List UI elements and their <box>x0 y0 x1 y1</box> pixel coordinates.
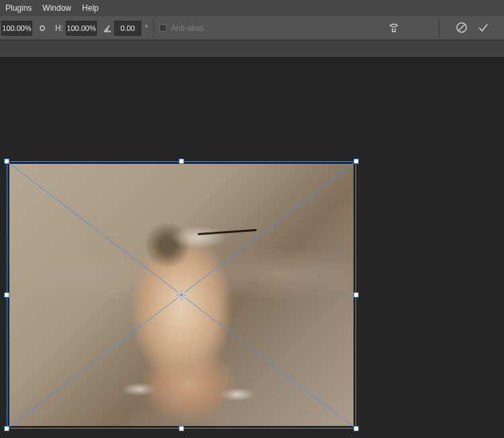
svg-line-1 <box>459 24 465 30</box>
menu-window[interactable]: Window <box>37 0 77 16</box>
transform-handle-top-left[interactable] <box>4 159 9 164</box>
transform-handle-bottom[interactable] <box>179 426 184 431</box>
link-icon[interactable] <box>35 21 50 36</box>
secondary-bar <box>0 40 504 58</box>
photo-content <box>9 164 353 426</box>
transform-handle-left[interactable] <box>4 292 9 298</box>
height-label: H: <box>55 24 63 33</box>
divider <box>153 19 154 37</box>
cancel-icon[interactable] <box>456 21 468 36</box>
angle-icon <box>101 21 114 35</box>
divider <box>439 19 439 38</box>
transform-handle-bottom-left[interactable] <box>4 426 9 431</box>
transform-handle-right[interactable] <box>353 292 359 298</box>
degree-symbol: ° <box>145 24 148 32</box>
angle-field[interactable]: 0.00 <box>114 21 141 36</box>
menu-bar: Plugins Window Help <box>0 0 504 16</box>
puppet-warp-icon[interactable] <box>384 20 403 36</box>
height-field[interactable]: 100.00% <box>66 21 97 36</box>
document-image[interactable] <box>9 164 353 426</box>
width-field[interactable]: 100.00% <box>1 21 32 36</box>
transform-options-bar: 100.00% H: 100.00% 0.00 ° Anti-alias <box>0 16 504 40</box>
transform-handle-bottom-right[interactable] <box>353 426 359 431</box>
antialias-label: Anti-alias <box>171 24 204 33</box>
transform-handle-top[interactable] <box>179 159 184 164</box>
commit-icon[interactable] <box>477 21 489 36</box>
menu-plugins[interactable]: Plugins <box>0 0 37 16</box>
antialias-checkbox[interactable] <box>159 24 167 32</box>
canvas-workspace[interactable] <box>0 58 504 438</box>
menu-help[interactable]: Help <box>77 0 104 16</box>
transform-handle-top-right[interactable] <box>353 159 359 164</box>
